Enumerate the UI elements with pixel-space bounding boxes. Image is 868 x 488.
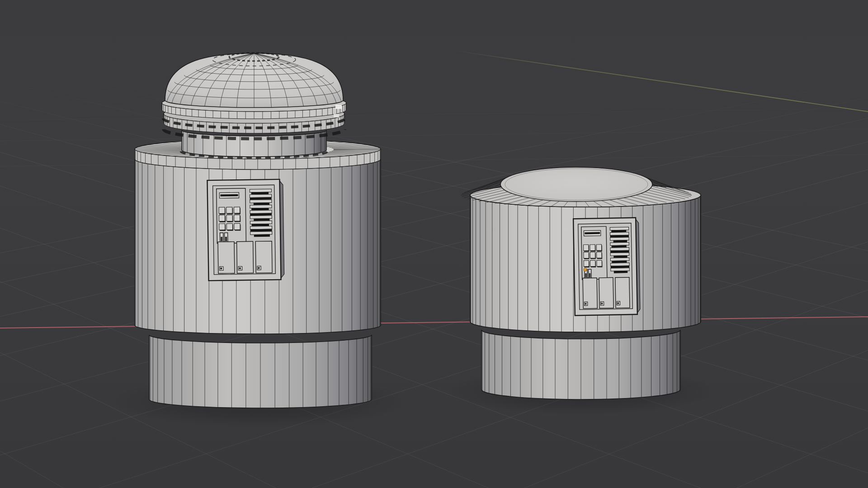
- panel-button: [226, 224, 232, 230]
- panel-louver-slat: [250, 231, 272, 235]
- rim-highlight: [334, 114, 339, 117]
- panel-button: [597, 252, 602, 258]
- domed-tower-model[interactable]: [135, 53, 381, 408]
- panel-button: [234, 215, 240, 221]
- panel-louver-slat: [250, 221, 272, 224]
- panel-louver-slat: [611, 268, 630, 271]
- panel-louver-slat: [250, 216, 272, 219]
- panel-switch-groove: [589, 273, 590, 277]
- panel-button: [234, 223, 240, 230]
- panel-button: [590, 244, 595, 250]
- panel-louver-slat: [250, 194, 272, 197]
- panel-louver-slat: [250, 226, 272, 229]
- panel-card-latch-dot: [585, 303, 586, 305]
- panel-louver-slat: [610, 232, 629, 235]
- base-cylinder: [481, 330, 680, 399]
- panel-button: [219, 207, 225, 214]
- panel-button: [590, 252, 595, 258]
- panel-button: [226, 215, 232, 221]
- 3d-viewport[interactable]: [0, 0, 868, 488]
- panel-louver-slat: [610, 253, 629, 256]
- panel-button: [597, 260, 602, 266]
- flat-top-tower-model[interactable]: [461, 167, 701, 399]
- panel-louver-slot: [614, 271, 627, 273]
- panel-button: [219, 215, 225, 221]
- panel-button: [226, 207, 232, 213]
- viewport-canvas: [0, 0, 868, 488]
- panel-louvers: [610, 227, 629, 273]
- panel-louver-slat: [610, 227, 629, 230]
- panel-button: [596, 244, 602, 250]
- top-disc: [500, 167, 652, 202]
- panel-slot-groove: [585, 232, 600, 235]
- panel-button: [590, 260, 596, 266]
- panel-louver-slat: [250, 210, 272, 213]
- control-panel: [207, 179, 284, 281]
- panel-card-latch-dot: [601, 303, 603, 305]
- base-cylinder: [149, 335, 372, 408]
- panel-louver-slat: [250, 205, 272, 208]
- panel-switch-groove: [221, 237, 222, 241]
- panel-button: [584, 252, 589, 258]
- panel-orange-indicator: [584, 268, 587, 272]
- panel-louver-slat: [610, 242, 629, 245]
- horizon-fade: [0, 0, 868, 163]
- panel-card-latch-dot: [220, 267, 222, 269]
- panel-louver-slat: [610, 237, 629, 240]
- panel-button: [234, 207, 240, 213]
- panel-card-latch-dot: [239, 267, 241, 269]
- panel-louver-slat: [610, 248, 629, 251]
- panel-louver-slat: [250, 189, 271, 192]
- panel-switch-groove: [585, 273, 586, 278]
- panel-card-latch-dot: [258, 267, 259, 269]
- panel-louver-slot: [254, 234, 270, 237]
- panel-louver-slat: [250, 200, 272, 203]
- panel-button: [219, 224, 225, 230]
- panel-louver-slat: [610, 258, 629, 261]
- panel-button: [584, 261, 589, 267]
- panel-louvers: [250, 189, 272, 237]
- panel-louver-slat: [611, 263, 630, 266]
- control-panel: [573, 218, 640, 315]
- rim-highlight: [335, 105, 342, 109]
- panel-switch-groove: [225, 237, 227, 241]
- panel-button: [584, 244, 589, 250]
- panel-card-latch-dot: [618, 302, 619, 304]
- panel-slot-groove: [220, 194, 238, 197]
